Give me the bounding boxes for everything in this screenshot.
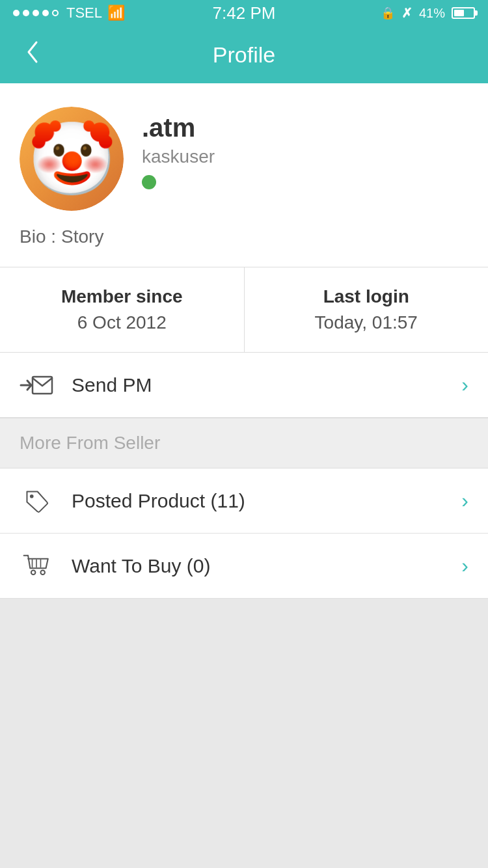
battery-icon [452, 7, 475, 19]
signal-dot-2 [23, 10, 29, 16]
pm-section: Send PM › [0, 353, 488, 418]
last-login-stat: Last login Today, 01:57 [245, 267, 489, 352]
mail-icon [20, 372, 53, 399]
user-role: kaskuser [142, 146, 468, 167]
status-bar: TSEL 📶 7:42 PM 🔒 ✗ 41% [0, 0, 488, 26]
posted-product-icon-wrap [20, 487, 72, 515]
stats-row: Member since 6 Oct 2012 Last login Today… [0, 267, 488, 352]
carrier-name: TSEL [66, 5, 102, 21]
want-to-buy-item[interactable]: Want To Buy (0) › [0, 534, 488, 599]
signal-dot-4 [42, 10, 49, 16]
signal-dot-1 [13, 10, 20, 16]
online-status-indicator [142, 175, 156, 189]
back-button[interactable] [18, 33, 47, 77]
status-right: 🔒 ✗ 41% [381, 5, 475, 21]
profile-info: .atm kaskuser [142, 107, 468, 192]
member-since-value: 6 Oct 2012 [77, 312, 167, 333]
avatar [20, 107, 124, 211]
battery-percent: 41% [419, 6, 445, 21]
page-title: Profile [213, 42, 275, 68]
posted-product-chevron: › [461, 489, 468, 513]
status-left: TSEL 📶 [13, 5, 125, 21]
bio-row: Bio : Story [20, 226, 468, 247]
profile-section: .atm kaskuser Bio : Story [0, 83, 488, 267]
gray-background [0, 599, 488, 868]
posted-product-label: Posted Product (11) [72, 490, 461, 512]
nav-bar: Profile [0, 26, 488, 83]
tag-icon [20, 487, 53, 515]
member-since-stat: Member since 6 Oct 2012 [0, 267, 245, 352]
svg-point-4 [31, 570, 35, 574]
svg-point-5 [40, 570, 44, 574]
want-to-buy-label: Want To Buy (0) [72, 555, 461, 577]
member-since-label: Member since [61, 286, 183, 307]
send-pm-chevron: › [461, 373, 468, 397]
avatar-image [20, 107, 124, 211]
posted-product-item[interactable]: Posted Product (11) › [0, 468, 488, 534]
send-pm-icon-wrap [20, 372, 72, 399]
lock-icon: 🔒 [381, 6, 395, 20]
bio-label: Bio : [20, 226, 56, 247]
wifi-icon: 📶 [107, 5, 125, 21]
send-pm-label: Send PM [72, 374, 461, 396]
username: .atm [142, 113, 468, 142]
want-to-buy-chevron: › [461, 554, 468, 578]
last-login-value: Today, 01:57 [315, 312, 418, 333]
bluetooth-icon: ✗ [401, 5, 413, 21]
signal-dot-3 [33, 10, 39, 16]
profile-top: .atm kaskuser [20, 107, 468, 211]
seller-items-section: Posted Product (11) › Want To Buy (0) › [0, 468, 488, 599]
signal-dots [13, 10, 59, 16]
want-to-buy-icon-wrap [20, 552, 72, 580]
cart-icon [20, 552, 53, 580]
send-pm-item[interactable]: Send PM › [0, 353, 488, 418]
svg-point-2 [30, 494, 34, 498]
bio-text: Story [61, 226, 103, 247]
status-time: 7:42 PM [213, 3, 276, 23]
seller-section-header: More From Seller [0, 418, 488, 468]
last-login-label: Last login [323, 286, 409, 307]
battery-fill [454, 10, 464, 16]
signal-dot-5 [52, 10, 59, 16]
